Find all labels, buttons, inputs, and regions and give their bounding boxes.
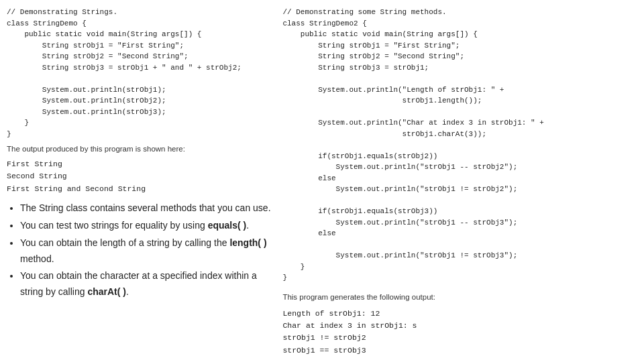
output-block-2: Length of strObj1: 12 Char at index 3 in… — [282, 308, 637, 357]
bold-charat: charAt( ) — [87, 286, 126, 297]
code-block-1: // Demonstrating Strings. class StringDe… — [7, 7, 276, 139]
bold-equals: equals( ) — [208, 220, 247, 231]
output-block-1: First String Second String First String … — [7, 158, 276, 195]
page-container: // Demonstrating Strings. class StringDe… — [0, 0, 644, 362]
bullet-text-4: You can obtain the character at a specif… — [20, 270, 257, 297]
bullet-item-2: You can test two strings for equality by… — [20, 218, 276, 234]
bold-length: length( ) — [229, 237, 266, 248]
bullet-text-1: The String class contains several method… — [20, 202, 271, 213]
right-panel: // Demonstrating some String methods. cl… — [282, 7, 637, 355]
left-panel: // Demonstrating Strings. class StringDe… — [7, 7, 276, 355]
bullet-list: The String class contains several method… — [7, 200, 276, 302]
output-label-2: This program generates the following out… — [282, 293, 637, 301]
bullet-item-1: The String class contains several method… — [20, 200, 276, 217]
bullet-text-3: You can obtain the length of a string by… — [20, 237, 267, 264]
bullet-item-3: You can obtain the length of a string by… — [20, 235, 276, 267]
bullet-item-4: You can obtain the character at a specif… — [20, 268, 276, 300]
code-block-2: // Demonstrating some String methods. cl… — [282, 7, 637, 284]
output-description-1: The output produced by this program is s… — [7, 145, 276, 153]
bullet-text-2: You can test two strings for equality by… — [20, 220, 249, 231]
